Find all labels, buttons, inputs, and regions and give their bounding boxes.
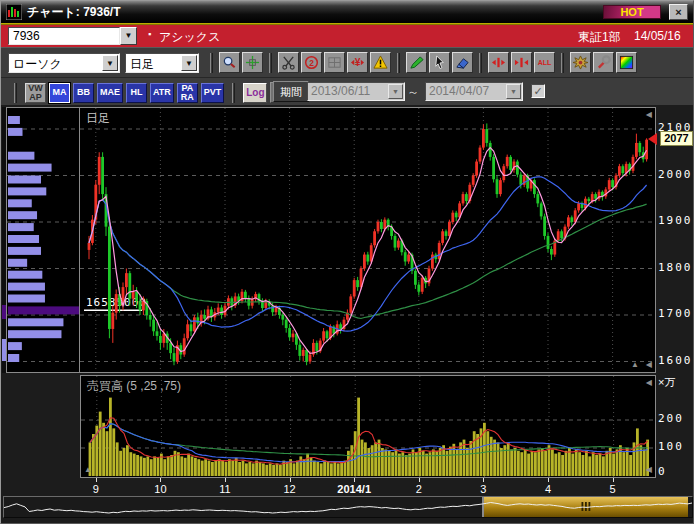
svg-text:ALL: ALL [538,59,552,66]
time-tick [483,478,484,482]
chevron-down-icon[interactable]: ▼ [102,55,118,71]
indicator-bb-button[interactable]: BB [73,83,94,103]
time-tick-label: 5 [610,483,616,495]
crosshair-button[interactable] [242,52,263,73]
chart-window: チャート: 7936/T HOT × 7936 ▼ ▪ アシックス 東証1部 1… [0,0,694,524]
log-scale-button[interactable]: Log [243,83,267,103]
close-button[interactable]: × [669,4,688,20]
warning-button[interactable] [370,52,391,73]
indicator-atr-button[interactable]: ATR [150,83,174,103]
chevron-down-icon[interactable]: ▼ [388,84,403,99]
settings-burst-icon [573,55,588,70]
settings-burst-button[interactable] [570,52,591,73]
time-tick [419,478,420,482]
timeframe-value: 日足 [130,56,154,73]
cursor-icon [432,55,447,70]
chevron-down-icon[interactable]: ▼ [181,55,197,71]
svg-text:¥: ¥ [355,57,361,68]
show-all-icon: ALL [537,55,552,70]
panel-title: 日足 [86,110,110,127]
chevron-down-icon[interactable]: ▼ [506,84,521,99]
volume-profile-panel[interactable] [6,107,80,373]
time-tick-label: 10 [154,483,166,495]
price-tick-label: 2000 [658,168,693,181]
price-chart-panel[interactable]: 16585000 日足 ◀ ◀ ▲ [80,107,656,373]
range-scrollbar[interactable] [3,496,693,518]
revert-2-button[interactable]: 2 [301,52,322,73]
period-checkbox[interactable]: ✓ [531,84,545,98]
indicator-para-button[interactable]: PA RA [177,83,198,103]
toolbar-grip [561,53,564,73]
volume-title: 売買高 (5 ,25 ,75) [87,378,181,395]
volume-tick-label: 200 [658,412,684,425]
narrow-candles-icon [491,55,506,70]
eraser-button[interactable] [452,52,473,73]
price-tick-label: 1800 [658,261,693,274]
title-bar[interactable]: チャート: 7936/T HOT × [1,1,693,23]
wrench-button[interactable] [593,52,614,73]
scroll-up-icon[interactable]: ▲ [631,361,639,369]
warning-icon [373,55,388,70]
chart-toolbar: ローソク ▼ 日足 ▼ 2¥ALL [1,47,693,77]
indicator-toolbar: VW APMABBMAEHLATRPA RAPVTLog 期間 2013/06/… [1,77,693,105]
time-tick-label: 2 [416,483,422,495]
scroll-left-icon[interactable]: ◀ [646,379,652,387]
date-to-field[interactable]: 2014/04/07 ▼ [425,82,523,101]
yen-scale-icon: ¥ [350,55,365,70]
scroll-left-icon[interactable]: ◀ [646,111,652,119]
indicator-vwap-button[interactable]: VW AP [25,83,46,103]
time-tick [290,478,291,482]
scroll-up-icon[interactable]: ▲ [84,466,92,474]
eraser-icon [455,55,470,70]
toolbar-grip [269,53,272,73]
volume-tick-label: 100 [658,440,684,453]
toolbar-grip [210,53,213,73]
toolbar-icon-row: 2¥ALL [205,52,638,73]
period-button[interactable]: 期間 [273,81,309,102]
color-palette-button[interactable] [616,52,637,73]
stock-code-input[interactable]: 7936 [8,27,120,45]
toolbar-grip [14,83,17,103]
zoom-button[interactable] [219,52,240,73]
widen-candles-button[interactable] [511,52,532,73]
svg-text:2: 2 [309,58,314,68]
toolbar-grip [232,83,235,103]
date-range-tilde: ～ [407,84,419,101]
indicator-ma-button[interactable]: MA [49,83,70,103]
show-all-button[interactable]: ALL [534,52,555,73]
time-axis: 91011122014/12345 [80,478,656,498]
scroll-left-icon[interactable]: ◀ [646,466,652,474]
cut-button[interactable] [278,52,299,73]
price-axis[interactable]: 210020001900180017001600 [658,107,694,373]
cursor-button[interactable] [429,52,450,73]
volume-chart-panel[interactable]: 売買高 (5 ,25 ,75) ◀ ◀ ▲ [80,375,656,478]
stock-code-dropdown-button[interactable]: ▼ [120,27,137,45]
price-tick-label: 1900 [658,214,693,227]
quote-date: 14/05/16 [634,29,681,43]
color-palette-icon [619,55,634,70]
window-title: チャート: 7936/T [27,1,121,23]
indicator-pvt-button[interactable]: PVT [201,83,225,103]
indicator-button-row: VW APMABBMAEHLATRPA RAPVTLog [9,82,291,103]
yen-scale-button[interactable]: ¥ [347,52,368,73]
volume-axis[interactable]: ×万2001000 [658,375,694,478]
overview-sparkline [4,497,692,517]
hot-badge[interactable]: HOT [603,5,661,19]
indicator-mae-button[interactable]: MAE [97,83,123,103]
toolbar-grip [479,53,482,73]
time-tick-label: 11 [219,483,230,495]
price-tick-label: 1700 [658,307,693,320]
timeframe-select[interactable]: 日足 ▼ [125,53,199,73]
chart-type-select[interactable]: ローソク ▼ [8,53,120,73]
grid-button[interactable] [324,52,345,73]
time-tick-label: 2014/1 [337,483,371,495]
pencil-button[interactable] [406,52,427,73]
scroll-left-icon[interactable]: ◀ [646,361,652,369]
volume-unit-label: ×万 [658,375,675,390]
pencil-icon [409,55,424,70]
narrow-candles-button[interactable] [488,52,509,73]
date-from-field[interactable]: 2013/06/11 ▼ [307,82,405,101]
chart-type-value: ローソク [13,56,62,73]
indicator-hl-button[interactable]: HL [126,83,147,103]
wrench-icon [596,55,611,70]
